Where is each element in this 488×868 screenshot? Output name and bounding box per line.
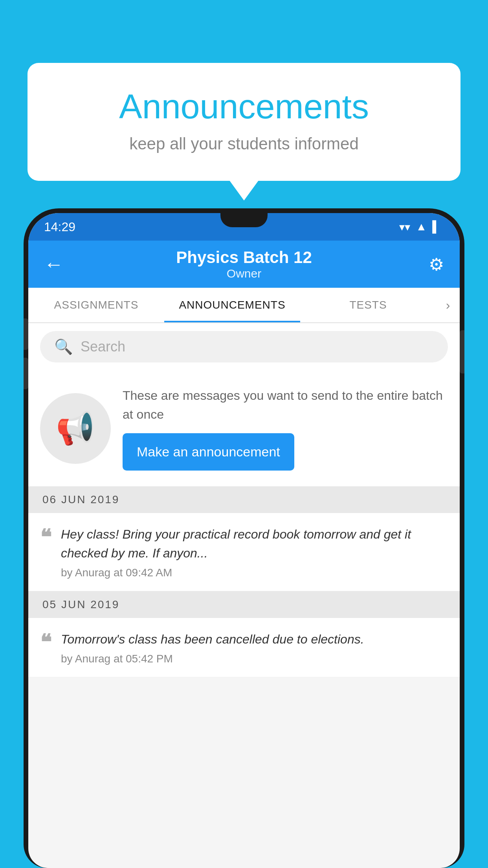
announcement-meta-1: by Anurag at 09:42 AM	[61, 566, 448, 579]
announcement-content-1: Hey class! Bring your practical record b…	[61, 525, 448, 579]
search-input[interactable]: Search	[81, 338, 125, 355]
promo-text: These are messages you want to send to t…	[123, 386, 448, 424]
signal-icon: ▲	[416, 221, 427, 233]
date-separator-1: 06 JUN 2019	[28, 486, 460, 513]
status-time: 14:29	[44, 220, 75, 234]
phone-screen: 14:29 ▾▾ ▲ ▌ ← Physics Batch 12 Owner ⚙ …	[28, 213, 460, 868]
tab-assignments[interactable]: ASSIGNMENTS	[28, 288, 164, 322]
quote-icon-2: ❝	[40, 631, 51, 665]
tab-tests[interactable]: TESTS	[300, 288, 436, 322]
speech-bubble-section: Announcements keep all your students inf…	[28, 63, 460, 181]
app-bar-subtitle: Owner	[75, 267, 413, 280]
battery-icon: ▌	[432, 221, 440, 233]
announcement-meta-2: by Anurag at 05:42 PM	[61, 653, 364, 665]
megaphone-circle: 📢	[40, 393, 111, 464]
app-bar-title: Physics Batch 12	[75, 248, 413, 267]
status-bar: 14:29 ▾▾ ▲ ▌	[28, 213, 460, 241]
announcement-text-1: Hey class! Bring your practical record b…	[61, 525, 448, 563]
notch	[220, 213, 268, 227]
announcement-item-1[interactable]: ❝ Hey class! Bring your practical record…	[28, 513, 460, 591]
announcement-content-2: Tomorrow's class has been cancelled due …	[61, 630, 364, 665]
announcement-item-2[interactable]: ❝ Tomorrow's class has been cancelled du…	[28, 618, 460, 677]
bubble-title: Announcements	[59, 86, 429, 127]
phone-frame: 14:29 ▾▾ ▲ ▌ ← Physics Batch 12 Owner ⚙ …	[24, 208, 464, 868]
settings-button[interactable]: ⚙	[429, 254, 444, 274]
search-icon: 🔍	[54, 338, 73, 355]
search-bar[interactable]: 🔍 Search	[40, 331, 448, 362]
app-bar: ← Physics Batch 12 Owner ⚙	[28, 241, 460, 288]
date-separator-2: 05 JUN 2019	[28, 591, 460, 618]
back-button[interactable]: ←	[44, 253, 64, 276]
wifi-icon: ▾▾	[399, 221, 410, 234]
announcement-text-2: Tomorrow's class has been cancelled due …	[61, 630, 364, 649]
make-announcement-button[interactable]: Make an announcement	[123, 433, 294, 471]
tab-more[interactable]: ›	[436, 288, 460, 322]
speech-bubble: Announcements keep all your students inf…	[28, 63, 460, 181]
tab-announcements[interactable]: ANNOUNCEMENTS	[164, 288, 300, 322]
bubble-subtitle: keep all your students informed	[59, 134, 429, 153]
megaphone-icon: 📢	[56, 410, 95, 447]
tab-bar: ASSIGNMENTS ANNOUNCEMENTS TESTS ›	[28, 288, 460, 323]
status-icons: ▾▾ ▲ ▌	[399, 221, 440, 234]
volume-up-button[interactable]	[24, 318, 28, 350]
search-container: 🔍 Search	[28, 323, 460, 370]
power-button[interactable]	[460, 330, 464, 373]
quote-icon-1: ❝	[40, 526, 51, 579]
promo-content: These are messages you want to send to t…	[123, 386, 448, 471]
app-bar-title-container: Physics Batch 12 Owner	[75, 248, 413, 280]
volume-down-button[interactable]	[24, 358, 28, 389]
promo-section: 📢 These are messages you want to send to…	[28, 370, 460, 486]
